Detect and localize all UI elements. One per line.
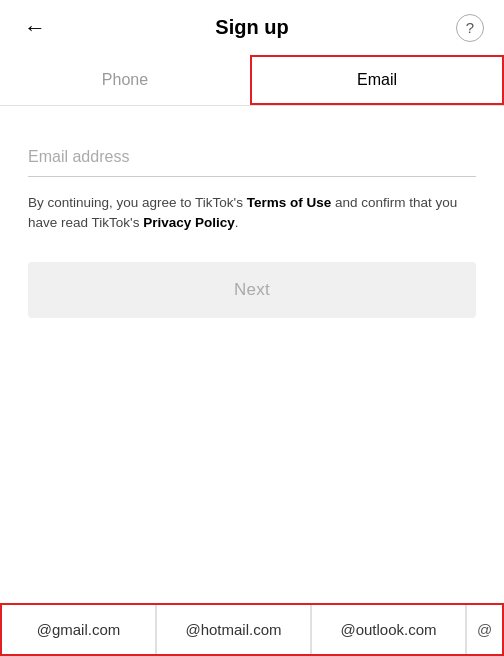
tab-email[interactable]: Email (250, 55, 504, 105)
page-title: Sign up (215, 16, 288, 39)
suggestion-outlook[interactable]: @outlook.com (311, 605, 466, 654)
form-area: By continuing, you agree to TikTok's Ter… (0, 106, 504, 338)
privacy-policy-link[interactable]: Privacy Policy (143, 215, 235, 230)
disclaimer-text: By continuing, you agree to TikTok's Ter… (28, 193, 476, 234)
header: ← Sign up ? (0, 0, 504, 55)
help-button[interactable]: ? (456, 14, 484, 42)
help-icon: ? (466, 19, 474, 36)
terms-of-use-link[interactable]: Terms of Use (247, 195, 332, 210)
email-suggestions-bar: @gmail.com @hotmail.com @outlook.com @ (0, 603, 504, 656)
back-button[interactable]: ← (20, 11, 50, 45)
tab-phone[interactable]: Phone (0, 55, 250, 105)
email-input[interactable] (28, 138, 476, 177)
tab-bar: Phone Email (0, 55, 504, 106)
suggestion-more[interactable]: @ (466, 605, 502, 654)
suggestion-hotmail[interactable]: @hotmail.com (156, 605, 311, 654)
suggestion-gmail[interactable]: @gmail.com (2, 605, 156, 654)
next-button[interactable]: Next (28, 262, 476, 318)
